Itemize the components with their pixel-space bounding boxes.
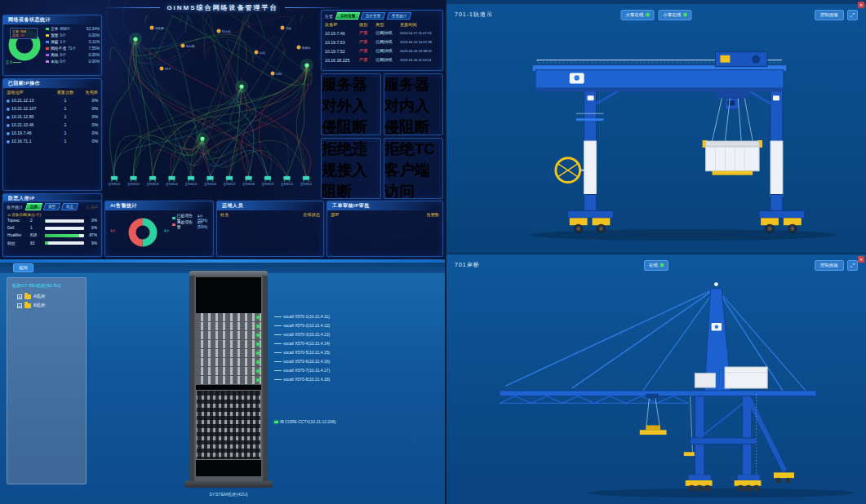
tab-类型[interactable]: 类型 — [43, 203, 61, 210]
title-decor-left — [103, 6, 160, 10]
status-pill[interactable]: 大车在线 — [621, 10, 655, 20]
tree-item-A机柜[interactable]: +A机柜 — [7, 292, 86, 301]
edge-switch-node[interactable]: 交换机03 — [147, 176, 159, 186]
server-unit[interactable] — [196, 349, 261, 357]
control-panel-button[interactable]: 控制面板 — [815, 260, 844, 271]
edge-switch-node[interactable]: 交换机07 — [224, 176, 236, 186]
hub-node[interactable] — [239, 84, 243, 88]
edge-switch-node[interactable]: 交换机10 — [281, 176, 293, 186]
device-node[interactable] — [255, 51, 258, 54]
edge-switch-node[interactable]: 交换机08 — [242, 176, 255, 186]
device-node[interactable] — [281, 26, 284, 29]
server-unit[interactable] — [196, 367, 261, 375]
back-button[interactable]: 返回 — [13, 263, 33, 272]
status-pill[interactable]: 在线 — [644, 260, 668, 271]
legend-label: 未知 — [51, 59, 59, 64]
network-topology-map[interactable]: 服务器路由器防火墙监控无线数据库NTPDNS交换机01交换机02交换机03交换机… — [104, 15, 319, 198]
table-header: 姓名在线状态 — [217, 210, 323, 219]
hub-node[interactable] — [304, 63, 309, 67]
panel-title: 拒绝违规接入阻断 — [322, 139, 380, 200]
edge-switch-label: 交换机06 — [204, 182, 216, 186]
alarm-time-cell: 2023-05-16 16:38:52 — [400, 49, 439, 53]
hub-node[interactable] — [200, 136, 204, 140]
edge-switch-node[interactable]: 交换机05 — [185, 176, 198, 186]
rack-blank-bottom — [196, 460, 261, 476]
device-node[interactable] — [217, 29, 220, 33]
topology-link — [135, 39, 211, 176]
device-icon — [7, 140, 10, 144]
edge-switch-node[interactable]: 交换机06 — [204, 176, 216, 186]
legend-label: 预警 — [51, 33, 59, 38]
sts-crane-3d-render[interactable] — [446, 276, 866, 504]
device-node[interactable] — [150, 26, 153, 29]
tab-实时告警[interactable]: 实时告警 — [335, 12, 361, 20]
expand-plus-icon[interactable]: + — [17, 294, 22, 299]
alarm-row[interactable]: 10.19.7.53严重公网掉线2023-05-16 16:07:38 — [322, 38, 442, 46]
edge-switch-node[interactable]: 交换机11 — [300, 176, 313, 186]
server-rack[interactable] — [189, 271, 268, 489]
tree-item-B机柜[interactable]: +B机柜 — [7, 301, 86, 310]
device-node-label: 无线 — [286, 27, 292, 30]
edge-switch-label: 交换机01 — [109, 182, 121, 186]
rack-view: 返回 机柜C7-45U机柜(42.5U) +A机柜+B机柜 vocall X57… — [0, 263, 445, 504]
device-node[interactable] — [160, 67, 163, 70]
server-unit[interactable] — [196, 376, 261, 384]
blocked-ip-table: 10.21.12.1310%10.21.12.10710%10.21.12.80… — [3, 96, 101, 145]
rtg-crane-3d-render[interactable] — [446, 23, 866, 251]
loss-pct-cell: 0% — [80, 114, 98, 119]
edge-switch-node[interactable]: 交换机04 — [166, 176, 178, 186]
hub-node[interactable] — [133, 37, 137, 41]
server-led — [256, 343, 260, 346]
device-node[interactable] — [271, 72, 274, 75]
tab-告警统计[interactable]: 告警统计 — [386, 12, 411, 20]
edge-switch-node[interactable]: 交换机09 — [262, 176, 274, 186]
assets-title: 资产统计 — [7, 205, 23, 210]
device-node[interactable] — [181, 44, 184, 47]
server-unit[interactable] — [196, 358, 261, 366]
edge-switch-label: 交换机08 — [242, 182, 255, 186]
server-led — [256, 369, 260, 373]
tab-label-text: 类型 — [48, 205, 56, 209]
device-node[interactable] — [297, 46, 300, 49]
device-node-label: 数据库 — [302, 46, 311, 50]
edge-switch-node[interactable]: 交换机01 — [109, 176, 121, 186]
close-icon[interactable]: ✕ — [858, 2, 864, 8]
control-panel-button[interactable]: 控制面板 — [815, 10, 844, 20]
topology-link — [237, 86, 288, 176]
donut-tooltip: 正常: 868 异常: 71 — [10, 28, 38, 39]
loss-pct-cell: 0% — [80, 106, 98, 111]
server-label-text: vocall X570-4(10.21.4.14) — [283, 341, 330, 346]
tab-品牌[interactable]: 品牌 — [25, 203, 43, 210]
table-row[interactable]: 10.19.7.4610% — [3, 129, 101, 137]
server-unit[interactable] — [196, 340, 261, 348]
asset-pct: 0% — [86, 226, 97, 230]
table-row[interactable]: 10.16.71.110% — [3, 137, 101, 145]
blocked-ip-cell: 10.21.12.80 — [7, 114, 51, 119]
sidebar-title: 机柜C7-45U机柜(42.5U) — [7, 278, 86, 292]
core-switch[interactable] — [196, 390, 261, 460]
table-row[interactable]: 10.21.10.4610% — [3, 121, 101, 129]
table-row[interactable]: 10.21.12.10710% — [3, 104, 101, 113]
alarm-row[interactable]: 10.19.7.52严重公网掉线2023-05-16 16:38:52 — [322, 46, 442, 55]
table-row[interactable]: 10.21.12.1310% — [3, 96, 101, 104]
legend-item: 预警0个0.00% — [46, 32, 100, 38]
table-row[interactable]: 10.21.12.8010% — [3, 113, 101, 121]
tab-状态[interactable]: 状态 — [61, 203, 79, 210]
server-unit[interactable] — [196, 331, 261, 339]
device-icon — [7, 99, 10, 103]
expand-plus-icon[interactable]: + — [17, 303, 22, 308]
expand-icon[interactable]: ⤢ — [847, 260, 858, 271]
expand-icon[interactable]: ⤢ — [847, 10, 858, 20]
legend-item: 未处理告警4个(50%) — [172, 221, 213, 228]
alarm-row[interactable]: 10.19.7.46严重公网掉线2023-04-27 11:07:13 — [322, 29, 442, 38]
legend-swatch — [172, 217, 175, 219]
status-pill[interactable]: 小车在线 — [659, 10, 692, 20]
server-unit[interactable] — [196, 313, 261, 321]
alarm-row[interactable]: 10.16.18.225严重公网掉线2023-05-16 11:52:01 — [322, 55, 442, 64]
tab-历史告警[interactable]: 历史告警 — [361, 12, 386, 20]
device-icon — [7, 132, 10, 135]
edge-switch-node[interactable]: 交换机02 — [127, 176, 140, 186]
server-unit[interactable] — [196, 322, 261, 330]
close-icon[interactable]: ✕ — [858, 256, 864, 263]
device-node-label: 服务器 — [155, 27, 164, 30]
